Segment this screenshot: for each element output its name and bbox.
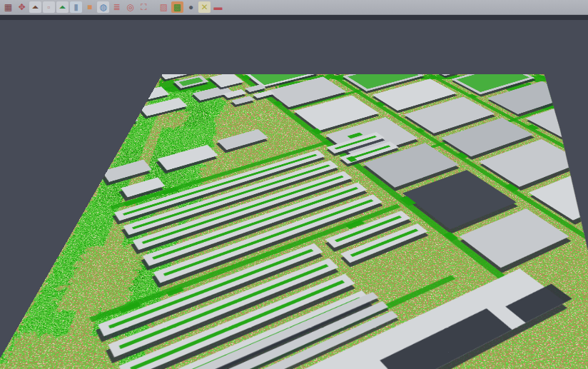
terrain-icon-glyph: ⏶ <box>32 3 39 11</box>
target-icon[interactable]: ◎ <box>124 1 136 13</box>
raster-icon[interactable]: ▨ <box>158 1 170 13</box>
target-icon-glyph: ◎ <box>126 3 133 11</box>
hill-icon[interactable]: ⏶ <box>56 1 69 13</box>
selection-icon[interactable]: ▫ <box>43 1 55 13</box>
selection-icon-glyph: ▫ <box>47 3 50 11</box>
terrain-svg <box>0 74 588 369</box>
list-icon[interactable]: ≣ <box>111 1 123 13</box>
tile-icon[interactable]: ■ <box>83 1 96 13</box>
flag-icon-glyph: ▬ <box>214 3 223 11</box>
sphere-icon[interactable]: ● <box>185 1 197 13</box>
sphere-icon-glyph: ● <box>188 3 193 11</box>
align-points-icon-glyph: ✥ <box>18 3 25 11</box>
measure-icon-glyph: ✕ <box>201 3 208 11</box>
flag-icon[interactable]: ▬ <box>212 1 224 13</box>
box-icon-glyph: ▦ <box>4 3 12 11</box>
crop-icon-glyph: ⛶ <box>141 3 146 11</box>
classified-pointcloud-terrain <box>0 74 588 369</box>
list-icon-glyph: ≣ <box>113 3 120 11</box>
classification-icon[interactable]: ▩ <box>171 1 183 13</box>
hill-icon-glyph: ⏶ <box>59 3 66 11</box>
raster-icon-glyph: ▨ <box>160 3 168 11</box>
globe-icon[interactable]: ◍ <box>97 1 109 13</box>
crop-icon[interactable]: ⛶ <box>138 1 150 13</box>
globe-icon-glyph: ◍ <box>99 3 106 11</box>
3d-viewport[interactable] <box>0 20 588 369</box>
tile-icon-glyph: ■ <box>87 3 92 11</box>
terrain-icon[interactable]: ⏶ <box>29 1 41 13</box>
measure-icon[interactable]: ✕ <box>198 1 211 13</box>
pointcloud-app-window: ▦✥⏶▫⏶▮■◍≣◎⛶▨▩●✕▬ <box>0 0 588 369</box>
box-icon[interactable]: ▦ <box>2 1 14 13</box>
align-points-icon[interactable]: ✥ <box>16 1 28 13</box>
column-icon[interactable]: ▮ <box>70 1 82 13</box>
column-icon-glyph: ▮ <box>74 3 78 11</box>
classification-icon-glyph: ▩ <box>173 3 181 11</box>
main-toolbar: ▦✥⏶▫⏶▮■◍≣◎⛶▨▩●✕▬ <box>0 0 588 15</box>
